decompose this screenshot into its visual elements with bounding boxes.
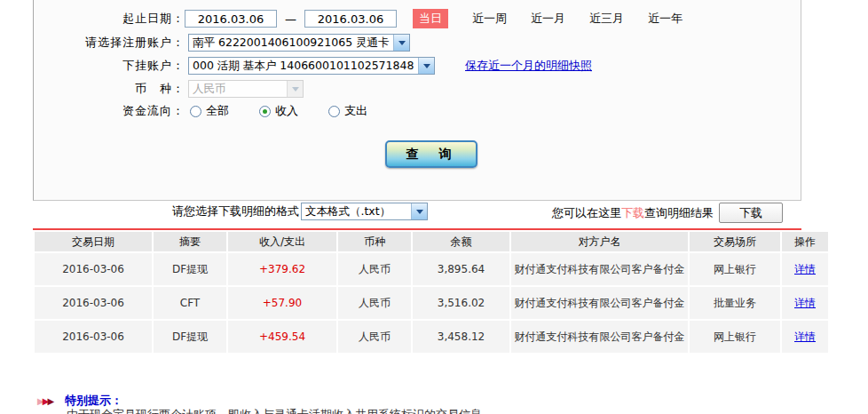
currency-row: 币 种： 人民币 — [34, 80, 797, 98]
column-header-amount: 收入/支出 — [228, 232, 336, 251]
cell-currency: 人民币 — [338, 253, 411, 285]
currency-label: 币 种： — [34, 81, 185, 97]
quick-range-month[interactable]: 近一月 — [531, 11, 565, 27]
detail-link[interactable]: 详情 — [794, 263, 816, 275]
register-account-row: 请选择注册账户： 南平 6222001406100921065 灵通卡 — [34, 34, 797, 52]
column-header-channel: 交易场所 — [690, 232, 780, 251]
currency-value: 人民币 — [189, 82, 287, 97]
cell-amount: +459.54 — [228, 321, 336, 353]
column-header-counterparty: 对方户名 — [511, 232, 688, 251]
download-hint-suffix: 查询明细结果 — [644, 205, 714, 221]
register-account-select[interactable]: 南平 6222001406100921065 灵通卡 — [188, 34, 410, 52]
cell-currency: 人民币 — [338, 321, 411, 353]
column-header-balance: 余额 — [413, 232, 509, 251]
transaction-table: 交易日期 摘要 收入/支出 币种 余额 对方户名 交易场所 操作 2016-03… — [33, 230, 830, 354]
radio-icon[interactable] — [190, 106, 201, 117]
cell-date: 2016-03-06 — [35, 253, 152, 285]
table-header-row: 交易日期 摘要 收入/支出 币种 余额 对方户名 交易场所 操作 — [35, 232, 828, 251]
cell-counterparty: 财付通支付科技有限公司客户备付金 — [511, 253, 688, 285]
column-header-action: 操作 — [782, 232, 828, 251]
cell-summary: DF提现 — [154, 253, 226, 285]
start-date-input[interactable] — [185, 10, 277, 28]
radio-expense-label: 支出 — [344, 103, 367, 119]
triple-arrow-icon: ▶▶▶ — [37, 396, 52, 406]
download-row: 请您选择下载明细的格式 文本格式（.txt） 您可以在这里下载查询明细结果 下载 — [33, 203, 801, 224]
cell-balance: 3,458.12 — [413, 321, 509, 353]
table-row: 2016-03-06 DF提现 +379.62 人民币 3,895.64 财付通… — [35, 253, 828, 285]
quick-range-today-badge[interactable]: 当日 — [413, 9, 448, 28]
quick-range-year[interactable]: 近一年 — [648, 11, 683, 27]
transaction-query-page: 起止日期： — 当日 近一周 近一月 近三月 近一年 请选择注册账户： 南平 6… — [0, 0, 868, 414]
query-button[interactable]: 查 询 — [385, 140, 477, 168]
detail-link[interactable]: 详情 — [794, 330, 816, 343]
cell-currency: 人民币 — [338, 287, 411, 319]
radio-all-label: 全部 — [206, 103, 229, 119]
chevron-down-icon[interactable] — [411, 203, 427, 219]
chevron-down-icon — [287, 81, 303, 97]
cell-date: 2016-03-06 — [35, 287, 152, 319]
download-hint-highlight: 下载 — [621, 205, 644, 221]
cell-summary: DF提现 — [154, 321, 226, 353]
cell-channel: 网上银行 — [690, 321, 780, 353]
cell-balance: 3,516.02 — [413, 287, 509, 319]
sub-account-label: 下挂账户： — [34, 58, 185, 74]
cell-channel: 网上银行 — [690, 253, 780, 285]
register-account-label: 请选择注册账户： — [34, 35, 185, 51]
fund-direction-row: 资金流向： 全部 收入 支出 — [34, 103, 797, 119]
column-header-summary: 摘要 — [154, 232, 226, 251]
cell-channel: 批量业务 — [690, 287, 780, 319]
detail-link[interactable]: 详情 — [794, 297, 816, 309]
column-header-date: 交易日期 — [35, 232, 152, 251]
special-tip-text: 由于现金宝是现行两个计账项，即收入与灵通卡活期收入共用系统标识的交易信息 — [67, 407, 482, 414]
query-form-panel: 起止日期： — 当日 近一周 近一月 近三月 近一年 请选择注册账户： 南平 6… — [33, 0, 801, 201]
download-hint-group: 您可以在这里下载查询明细结果 下载 — [552, 203, 783, 223]
radio-income[interactable]: 收入 — [259, 103, 298, 119]
download-format-group: 请您选择下载明细的格式 文本格式（.txt） — [172, 203, 428, 220]
sub-account-row: 下挂账户： 000 活期 基本户 1406600101102571848 保存近… — [34, 57, 797, 75]
download-format-label: 请您选择下载明细的格式 — [172, 203, 299, 219]
sub-account-value: 000 活期 基本户 1406600101102571848 — [189, 59, 418, 74]
register-account-value: 南平 6222001406100921065 灵通卡 — [189, 36, 393, 51]
radio-all[interactable]: 全部 — [190, 103, 229, 119]
sub-account-select[interactable]: 000 活期 基本户 1406600101102571848 — [188, 57, 435, 75]
date-separator: — — [285, 12, 296, 26]
cell-balance: 3,895.64 — [413, 253, 509, 285]
download-hint-prefix: 您可以在这里 — [552, 205, 621, 221]
chevron-down-icon[interactable] — [418, 58, 434, 74]
end-date-input[interactable] — [304, 10, 397, 28]
radio-icon[interactable] — [328, 106, 340, 117]
cell-amount: +57.90 — [228, 287, 336, 319]
download-button[interactable]: 下载 — [719, 203, 783, 223]
fund-direction-label: 资金流向： — [34, 103, 185, 119]
currency-select: 人民币 — [188, 80, 304, 98]
radio-income-label: 收入 — [275, 103, 298, 119]
date-range-label: 起止日期： — [34, 11, 185, 27]
save-snapshot-link[interactable]: 保存近一个月的明细快照 — [465, 58, 592, 74]
download-format-select[interactable]: 文本格式（.txt） — [301, 203, 428, 220]
cell-summary: CFT — [154, 287, 226, 319]
radio-icon[interactable] — [259, 106, 271, 117]
cell-date: 2016-03-06 — [35, 321, 152, 353]
chevron-down-icon[interactable] — [393, 35, 409, 51]
column-header-currency: 币种 — [338, 232, 411, 251]
cell-counterparty: 财付通支付科技有限公司客户备付金 — [511, 321, 688, 353]
quick-range-week[interactable]: 近一周 — [472, 11, 507, 27]
date-range-row: 起止日期： — 当日 近一周 近一月 近三月 近一年 — [34, 9, 797, 28]
download-format-value: 文本格式（.txt） — [302, 204, 411, 219]
table-row: 2016-03-06 DF提现 +459.54 人民币 3,458.12 财付通… — [35, 321, 828, 353]
cell-amount: +379.62 — [228, 253, 336, 285]
quick-range-quarter[interactable]: 近三月 — [589, 11, 624, 27]
radio-expense[interactable]: 支出 — [328, 103, 367, 119]
cell-counterparty: 财付通支付科技有限公司客户备付金 — [511, 287, 688, 319]
table-row: 2016-03-06 CFT +57.90 人民币 3,516.02 财付通支付… — [35, 287, 828, 319]
